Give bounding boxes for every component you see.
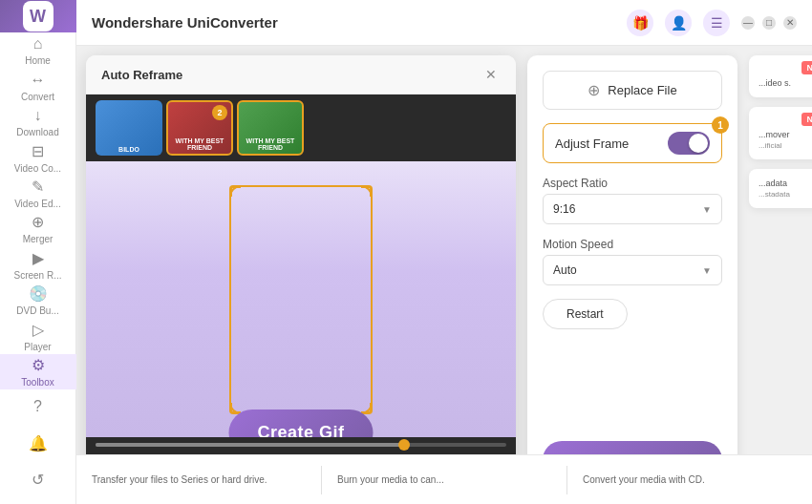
adjust-frame-toggle[interactable] — [668, 132, 710, 155]
timeline-bar: ↩ ↪ 🗑 ⏮ ⏪ ⏭ ▶ ⏩ 01:30/01:51 — [86, 437, 516, 454]
refresh-button[interactable]: ↺ — [0, 462, 76, 496]
progress-thumb[interactable] — [398, 439, 410, 451]
promo-card-3-subtext: ...stadata — [759, 190, 812, 199]
progress-fill — [96, 443, 404, 447]
user-button[interactable]: 👤 — [665, 10, 692, 36]
adjust-frame-label: Adjust Frame — [555, 136, 629, 151]
promo-cards: New ...ideo s. New ...mover ...ificial .… — [749, 55, 812, 445]
sidebar-bottom: ? 🔔 ↺ — [0, 389, 76, 504]
logo-icon: W — [23, 1, 53, 32]
modal-title: Auto Reframe — [101, 68, 182, 82]
sidebar-item-player[interactable]: ▷ Player — [0, 318, 76, 353]
gift-button[interactable]: 🎁 — [627, 10, 653, 36]
bottom-section-2: Burn your media to can... — [337, 474, 551, 485]
app-title: Wondershare UniConverter — [92, 14, 278, 31]
video-area: BILDO 2 WITH MY BEST FRIEND WITH MY BEST… — [86, 94, 516, 454]
phone-frame — [229, 185, 373, 414]
compress-icon: ⊟ — [32, 142, 44, 160]
corner-tl — [229, 185, 241, 197]
progress-track[interactable] — [96, 443, 506, 447]
toggle-thumb — [689, 134, 708, 153]
toolbox-icon: ⚙ — [32, 356, 45, 374]
screen-record-icon: ▶ — [32, 249, 44, 267]
phone-frame-wrapper — [224, 161, 377, 437]
bottom-text-2: Burn your media to can... — [337, 474, 551, 485]
promo-card-3-text: ...adata — [759, 178, 812, 188]
sidebar: W ⌂ Home ↔ Convert ↓ Download ⊟ Video Co… — [0, 0, 76, 504]
bottom-section-1: Transfer your files to Series or hard dr… — [92, 474, 306, 485]
thumbnail-strip: BILDO 2 WITH MY BEST FRIEND WITH MY BEST… — [86, 94, 516, 161]
maximize-button[interactable]: □ — [762, 16, 776, 30]
sidebar-item-video-compress[interactable]: ⊟ Video Co... — [0, 140, 76, 176]
main-layout: Wondershare UniConverter 🎁 👤 ☰ — □ ✕ — [76, 0, 812, 504]
sidebar-item-dvd-burn[interactable]: 💿 DVD Bu... — [0, 283, 76, 318]
sidebar-item-screen-record[interactable]: ▶ Screen R... — [0, 247, 76, 283]
thumbnail-1: BILDO — [96, 100, 162, 156]
replace-plus-icon: ⊕ — [588, 81, 600, 99]
sidebar-item-download[interactable]: ↓ Download — [0, 104, 76, 139]
adjust-frame-row: Adjust Frame 1 — [543, 123, 722, 163]
motion-speed-dropdown[interactable]: Auto ▼ — [543, 255, 722, 285]
modal-close-button[interactable]: ✕ — [481, 65, 501, 84]
thumb-1-label: BILDO — [97, 146, 160, 153]
promo-card-1: New ...ideo s. — [749, 55, 812, 97]
aspect-ratio-label: Aspect Ratio — [543, 177, 722, 190]
new-badge-1: New — [801, 61, 812, 74]
auto-reframe-modal: Auto Reframe ✕ BILDO 2 WITH MY BEST — [86, 55, 516, 454]
motion-speed-label: Motion Speed — [543, 238, 722, 251]
aspect-ratio-group: Aspect Ratio 9:16 ▼ — [543, 177, 722, 224]
window-controls: — □ ✕ — [741, 16, 797, 30]
promo-card-2-subtext: ...ificial — [759, 141, 812, 150]
sidebar-item-convert[interactable]: ↔ Convert — [0, 69, 76, 104]
promo-card-3: ...adata ...stadata — [749, 169, 812, 208]
main-body: Auto Reframe ✕ BILDO 2 WITH MY BEST — [76, 46, 812, 454]
close-button[interactable]: ✕ — [783, 16, 797, 30]
merger-icon: ⊕ — [32, 213, 44, 231]
sidebar-item-toolbox[interactable]: ⚙ Toolbox — [0, 354, 76, 389]
aspect-ratio-dropdown[interactable]: 9:16 ▼ — [543, 194, 722, 224]
gift-icon: 🎁 — [632, 15, 649, 31]
download-icon: ↓ — [34, 107, 42, 124]
refresh-icon: ↺ — [32, 471, 44, 489]
corner-tr — [361, 185, 373, 197]
notification-button[interactable]: 🔔 — [0, 426, 76, 460]
corner-br — [361, 403, 373, 414]
aspect-ratio-chevron: ▼ — [702, 204, 712, 215]
home-icon: ⌂ — [33, 35, 43, 52]
new-badge-2: New — [801, 113, 812, 126]
help-button[interactable]: ? — [0, 389, 76, 424]
player-icon: ▷ — [32, 321, 44, 339]
thumb-3-label: WITH MY BEST FRIEND — [241, 137, 300, 151]
thumb-2-label: WITH MY BEST FRIEND — [170, 137, 229, 151]
edit-icon: ✎ — [32, 178, 44, 196]
modal-container: Auto Reframe ✕ BILDO 2 WITH MY BEST — [76, 46, 812, 454]
help-icon: ? — [33, 398, 42, 415]
bottom-divider-2 — [566, 466, 567, 494]
sidebar-item-video-edit[interactable]: ✎ Video Ed... — [0, 176, 76, 211]
sidebar-item-home[interactable]: ⌂ Home — [0, 32, 76, 68]
bottom-bar: Transfer your files to Series or hard dr… — [76, 454, 812, 504]
thumbnail-2: 2 WITH MY BEST FRIEND — [166, 100, 233, 156]
promo-card-1-text: ...ideo s. — [759, 78, 812, 88]
sidebar-item-merger[interactable]: ⊕ Merger — [0, 211, 76, 246]
app-logo: W — [0, 0, 76, 32]
motion-speed-group: Motion Speed Auto ▼ — [543, 238, 722, 285]
restart-button[interactable]: Restart — [543, 299, 628, 329]
thumb-2-number: 2 — [212, 105, 227, 120]
thumbnail-3: WITH MY BEST FRIEND — [237, 100, 304, 156]
export-button[interactable]: Export — [543, 441, 722, 454]
user-icon: 👤 — [671, 15, 687, 31]
minimize-button[interactable]: — — [741, 16, 755, 30]
promo-card-2: New ...mover ...ificial — [749, 107, 812, 159]
motion-speed-chevron: ▼ — [702, 265, 712, 276]
replace-file-button[interactable]: ⊕ Replace File — [543, 71, 722, 110]
bottom-text-3: Convert your media with CD. — [583, 474, 797, 485]
bottom-divider-1 — [321, 466, 322, 494]
menu-icon: ☰ — [711, 15, 723, 31]
dvd-icon: 💿 — [29, 284, 48, 303]
bottom-text-1: Transfer your files to Series or hard dr… — [92, 474, 306, 485]
promo-card-2-text: ...mover — [759, 130, 812, 139]
menu-button[interactable]: ☰ — [703, 10, 730, 36]
badge-1: 1 — [712, 116, 729, 134]
title-bar-controls: 🎁 👤 ☰ — □ ✕ — [627, 10, 797, 36]
